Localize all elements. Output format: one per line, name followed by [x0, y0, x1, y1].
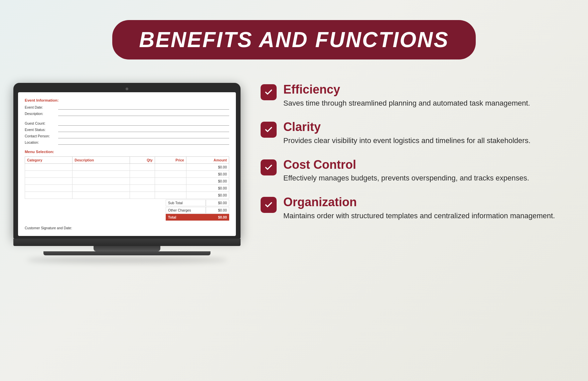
field-description: Description: — [25, 111, 229, 116]
total-row: Total $0.00 — [25, 214, 229, 221]
laptop-screen-inner: Event Information: Event Date: Descripti… — [18, 92, 236, 236]
cell-price — [155, 171, 186, 178]
table-row: $0.00 — [25, 178, 229, 185]
field-line-contact-person — [58, 134, 229, 138]
cell-amount: $0.00 — [186, 171, 229, 178]
laptop-foot — [43, 251, 210, 255]
cell-description — [72, 192, 130, 199]
benefit-desc-cost-control: Effectively manages budgets, prevents ov… — [283, 173, 561, 183]
total-value: $0.00 — [206, 214, 229, 221]
checkmark-icon-cost-control — [261, 159, 277, 175]
cell-amount: $0.00 — [186, 178, 229, 185]
col-category: Category — [25, 157, 72, 164]
benefit-item-organization: Organization Maintains order with struct… — [261, 196, 561, 221]
benefits-list: Efficiency Saves time through streamline… — [261, 80, 561, 221]
benefit-desc-organization: Maintains order with structured template… — [283, 211, 561, 221]
other-charges-label: Other Charges — [166, 207, 206, 214]
checkmark-icon-clarity — [261, 122, 277, 138]
benefit-text-efficiency: Efficiency Saves time through streamline… — [283, 83, 561, 108]
cell-category — [25, 185, 72, 192]
laptop-screen-outer: Event Information: Event Date: Descripti… — [13, 83, 241, 239]
event-info-label: Event Information: — [25, 98, 229, 102]
benefit-item-cost-control: Cost Control Effectively manages budgets… — [261, 158, 561, 183]
table-row: $0.00 — [25, 164, 229, 171]
menu-selection-label: Menu Selection: — [25, 150, 229, 154]
cell-price — [155, 192, 186, 199]
field-label-event-status: Event Status: — [25, 128, 58, 132]
other-charges-row: Other Charges $0.00 — [25, 207, 229, 214]
subtotal-row: Sub Total $0.00 — [25, 200, 229, 206]
check-svg — [264, 88, 273, 97]
cell-qty — [130, 178, 155, 185]
cell-category — [25, 171, 72, 178]
cell-price — [155, 164, 186, 171]
cell-description — [72, 171, 130, 178]
cell-price — [155, 178, 186, 185]
checkmark-icon-efficiency — [261, 84, 277, 100]
field-event-date: Event Date: — [25, 105, 229, 110]
document-content: Event Information: Event Date: Descripti… — [18, 92, 236, 236]
field-line-event-status — [58, 127, 229, 132]
cell-amount: $0.00 — [186, 192, 229, 199]
check-svg — [264, 201, 273, 209]
col-amount: Amount — [186, 157, 229, 164]
field-label-event-date: Event Date: — [25, 105, 58, 109]
content-area: Event Information: Event Date: Descripti… — [0, 66, 588, 263]
field-contact-person: Contact Person: — [25, 134, 229, 138]
field-label-contact-person: Contact Person: — [25, 134, 58, 138]
cell-category — [25, 178, 72, 185]
cell-price — [155, 185, 186, 192]
laptop-base — [13, 239, 241, 246]
laptop-camera — [126, 88, 128, 90]
benefit-text-organization: Organization Maintains order with struct… — [283, 196, 561, 221]
subtotal-label: Sub Total — [166, 200, 206, 206]
cell-description — [72, 164, 130, 171]
laptop-stand — [94, 246, 160, 251]
benefit-desc-clarity: Provides clear visibility into event log… — [283, 136, 561, 146]
page-title: BENEFITS AND FUNCTIONS — [139, 28, 449, 52]
col-qty: Qty — [130, 157, 155, 164]
benefit-item-clarity: Clarity Provides clear visibility into e… — [261, 120, 561, 146]
cell-qty — [130, 185, 155, 192]
benefit-title-clarity: Clarity — [283, 120, 561, 134]
benefit-title-cost-control: Cost Control — [283, 158, 561, 171]
signature-label: Customer Signature and Date: — [25, 226, 229, 230]
check-svg — [264, 163, 273, 172]
other-charges-value: $0.00 — [206, 207, 229, 214]
check-svg — [264, 125, 273, 134]
benefit-text-cost-control: Cost Control Effectively manages budgets… — [283, 158, 561, 183]
col-description: Description — [72, 157, 130, 164]
field-location: Location: — [25, 140, 229, 145]
benefit-desc-efficiency: Saves time through streamlined planning … — [283, 98, 561, 109]
laptop-shadow — [27, 257, 227, 263]
field-line-description — [58, 111, 229, 116]
cell-amount: $0.00 — [186, 185, 229, 192]
cell-qty — [130, 164, 155, 171]
field-line-event-date — [58, 105, 229, 110]
cell-description — [72, 178, 130, 185]
benefit-title-efficiency: Efficiency — [283, 83, 561, 96]
field-label-guest-count: Guest Count: — [25, 121, 58, 125]
page-title-banner: BENEFITS AND FUNCTIONS — [112, 20, 476, 59]
menu-table: Category Description Qty Price Amount — [25, 156, 229, 199]
checkmark-icon-organization — [261, 197, 277, 213]
cell-category — [25, 192, 72, 199]
cell-qty — [130, 192, 155, 199]
table-row: $0.00 — [25, 185, 229, 192]
table-row: $0.00 — [25, 171, 229, 178]
cell-amount: $0.00 — [186, 164, 229, 171]
col-price: Price — [155, 157, 186, 164]
cell-category — [25, 164, 72, 171]
total-label: Total — [166, 214, 206, 221]
benefit-text-clarity: Clarity Provides clear visibility into e… — [283, 120, 561, 146]
laptop-mockup: Event Information: Event Date: Descripti… — [13, 83, 241, 263]
field-line-location — [58, 140, 229, 145]
cell-description — [72, 185, 130, 192]
table-row: $0.00 — [25, 192, 229, 199]
field-label-description: Description: — [25, 112, 58, 116]
field-guest-count: Guest Count: — [25, 121, 229, 126]
benefit-item-efficiency: Efficiency Saves time through streamline… — [261, 83, 561, 108]
cell-qty — [130, 171, 155, 178]
field-event-status: Event Status: — [25, 127, 229, 132]
field-line-guest-count — [58, 121, 229, 126]
